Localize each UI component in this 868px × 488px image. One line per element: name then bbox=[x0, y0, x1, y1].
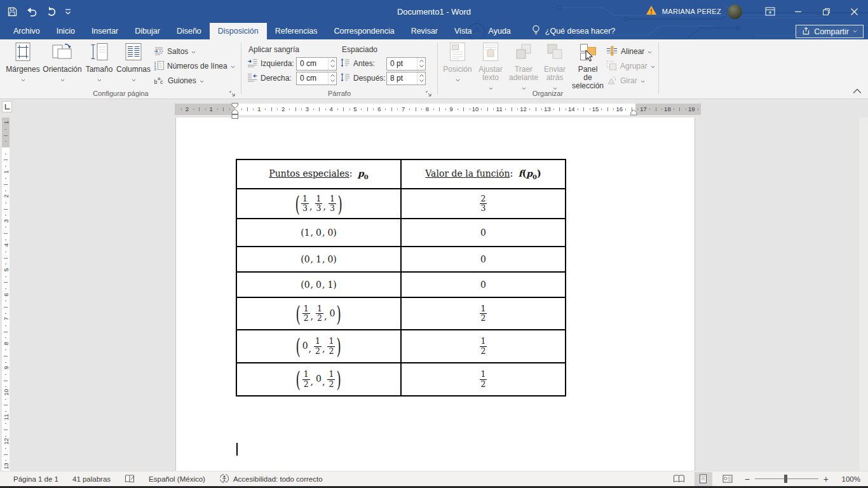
page-indicator[interactable]: Página 1 de 1 bbox=[6, 475, 65, 483]
ruler-tick bbox=[5, 313, 6, 314]
spinner-arrows[interactable] bbox=[328, 58, 336, 70]
ribbon-display-options-icon[interactable] bbox=[756, 0, 784, 23]
point-cell[interactable]: (0,0,1) bbox=[236, 272, 401, 297]
breaks-button[interactable]: Saltos bbox=[154, 45, 196, 58]
header-puntos-especiales[interactable]: Puntos especiales: p0 bbox=[236, 159, 401, 189]
minimize-button[interactable] bbox=[784, 0, 812, 23]
point-cell[interactable]: (0,12,12) bbox=[236, 330, 401, 363]
columns-button[interactable]: Columnas bbox=[114, 42, 153, 89]
spin-input[interactable]: 8 pt bbox=[386, 72, 426, 85]
share-button[interactable]: Compartir bbox=[796, 25, 864, 38]
value-cell[interactable]: 23 bbox=[401, 189, 566, 219]
point-cell[interactable]: (12,0,12) bbox=[236, 363, 401, 396]
vertical-ruler[interactable]: 112345678910111213 bbox=[2, 118, 10, 471]
tab-selector[interactable] bbox=[2, 101, 12, 112]
customize-quick-access-icon[interactable] bbox=[65, 4, 71, 19]
spin-input[interactable]: 0 cm bbox=[296, 57, 337, 71]
point-cell[interactable]: (13,13,13) bbox=[236, 189, 401, 219]
dialog-launcher-icon[interactable] bbox=[229, 88, 237, 96]
language-indicator[interactable]: Español (México) bbox=[142, 475, 212, 483]
tab-dibujar[interactable]: Dibujar bbox=[126, 23, 168, 39]
dialog-launcher-icon[interactable] bbox=[426, 88, 433, 96]
close-button[interactable] bbox=[840, 0, 868, 23]
value-cell[interactable]: 0 bbox=[401, 247, 566, 272]
tell-me-box[interactable]: ¿Qué desea hacer? bbox=[532, 23, 616, 39]
value-cell[interactable]: 12 bbox=[401, 330, 566, 363]
zoom-out-button[interactable]: − bbox=[740, 474, 755, 484]
fraction: 12 bbox=[314, 337, 322, 356]
proofing-icon[interactable] bbox=[118, 474, 142, 484]
header-valor-funcion[interactable]: Valor de la función: f(p0) bbox=[401, 159, 566, 189]
spin-input[interactable]: 0 pt bbox=[386, 57, 426, 71]
point-cell[interactable]: (1,0,0) bbox=[236, 219, 401, 247]
zoom-slider-thumb[interactable] bbox=[784, 475, 787, 483]
user-name[interactable]: MARIANA PEREZ bbox=[662, 8, 721, 15]
ruler-tick bbox=[583, 107, 584, 111]
web-layout-button[interactable] bbox=[719, 472, 736, 486]
tab-inicio[interactable]: Inicio bbox=[48, 23, 83, 39]
vertical-scrollbar[interactable] bbox=[859, 118, 868, 471]
word-count[interactable]: 41 palabras bbox=[65, 475, 118, 483]
ruler-tick bbox=[409, 109, 410, 110]
tab-vista[interactable]: Vista bbox=[446, 23, 480, 39]
ruler-number: 12 bbox=[3, 438, 10, 445]
undo-icon[interactable] bbox=[25, 4, 38, 19]
restore-button[interactable] bbox=[812, 0, 840, 23]
tab-diseño[interactable]: Diseño bbox=[168, 23, 210, 39]
value-cell[interactable]: 12 bbox=[401, 363, 566, 396]
value-cell[interactable]: 0 bbox=[401, 219, 566, 247]
align-icon bbox=[606, 46, 618, 58]
save-icon[interactable] bbox=[8, 4, 17, 19]
tab-disposición[interactable]: Disposición bbox=[210, 23, 267, 39]
point-cell[interactable]: (0,1,0) bbox=[236, 247, 401, 272]
ruler-tick bbox=[607, 107, 608, 111]
ruler-tick bbox=[5, 399, 6, 400]
group-configurar-pagina: MárgenesOrientaciónTamañoColumnas Saltos… bbox=[1, 39, 240, 98]
ruler-number: 1 bbox=[210, 105, 213, 112]
read-mode-button[interactable] bbox=[670, 472, 688, 486]
tab-correspondencia[interactable]: Correspondencia bbox=[325, 23, 402, 39]
zoom-in-button[interactable]: + bbox=[818, 474, 834, 484]
tab-revisar[interactable]: Revisar bbox=[403, 23, 446, 39]
spinner-arrows[interactable] bbox=[417, 72, 425, 85]
comma: , bbox=[322, 254, 325, 264]
ruler-tick bbox=[4, 405, 8, 405]
ruler-tick bbox=[229, 109, 230, 110]
accessibility-status[interactable]: Accesibilidad: todo correcto bbox=[212, 473, 330, 485]
document-page[interactable]: Puntos especiales: p0Valor de la función… bbox=[176, 118, 695, 471]
tab-archivo[interactable]: Archivo bbox=[5, 23, 48, 39]
orientation-button[interactable]: Orientación bbox=[41, 42, 84, 89]
ruler-tick bbox=[656, 107, 656, 111]
page-size-button[interactable]: Tamaño bbox=[84, 42, 114, 89]
spinner-arrows[interactable] bbox=[328, 72, 336, 85]
indent-markers[interactable] bbox=[231, 103, 239, 119]
ruler-tick bbox=[313, 109, 314, 110]
zoom-slider[interactable] bbox=[755, 478, 818, 479]
document-area[interactable]: 112345678910111213 Puntos especiales: p0… bbox=[0, 118, 868, 471]
chevron-down-icon bbox=[200, 76, 204, 85]
spinner-arrows[interactable] bbox=[417, 58, 425, 70]
tab-insertar[interactable]: Insertar bbox=[83, 23, 126, 39]
hyphenation-button[interactable]: bca-Guiones bbox=[154, 74, 204, 87]
spacing-after-icon bbox=[340, 72, 350, 85]
avatar[interactable] bbox=[728, 4, 742, 19]
line-numbers-button[interactable]: 123Números de línea bbox=[154, 60, 235, 72]
horizontal-ruler[interactable]: 2112345678910111213141516171819 bbox=[175, 104, 701, 115]
collapse-ribbon-button[interactable] bbox=[853, 85, 862, 97]
tab-ayuda[interactable]: Ayuda bbox=[480, 23, 519, 39]
bring-forward-icon bbox=[514, 42, 533, 64]
warning-icon[interactable] bbox=[646, 5, 657, 18]
zoom-level[interactable]: 100% bbox=[834, 475, 860, 483]
indent-right-icon bbox=[247, 72, 257, 85]
group-separator bbox=[241, 43, 241, 94]
value-cell[interactable]: 12 bbox=[401, 297, 566, 330]
print-layout-button[interactable] bbox=[695, 472, 712, 486]
point-cell[interactable]: (12,12,0) bbox=[236, 297, 401, 330]
spin-input[interactable]: 0 cm bbox=[296, 72, 337, 85]
tab-referencias[interactable]: Referencias bbox=[267, 23, 326, 39]
align-button[interactable]: Alinear bbox=[606, 45, 652, 58]
ruler-tick bbox=[5, 203, 6, 203]
redo-icon[interactable] bbox=[46, 4, 57, 19]
margins-button[interactable]: Márgenes bbox=[5, 42, 41, 89]
value-cell[interactable]: 0 bbox=[401, 272, 566, 297]
